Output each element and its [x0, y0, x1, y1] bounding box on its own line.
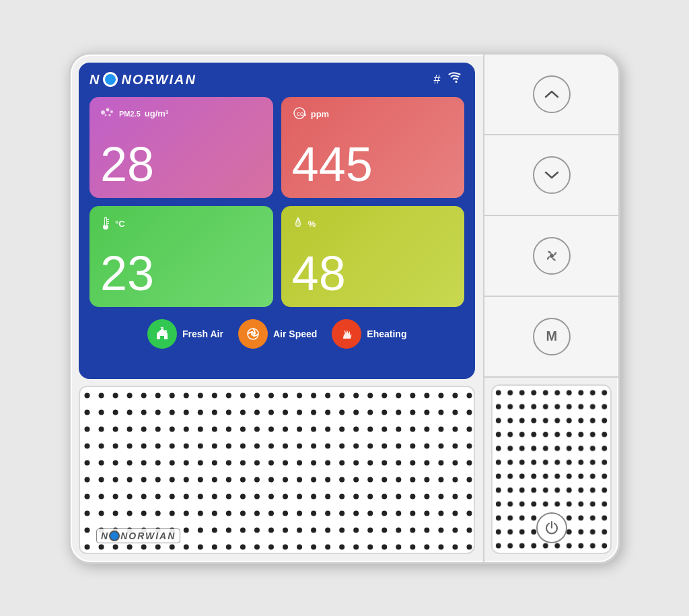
svg-point-1 [101, 110, 105, 114]
wifi-icon [448, 72, 464, 88]
co2-unit: ppm [311, 109, 329, 119]
main-panel: N NORWIAN # [71, 55, 484, 562]
brand-logo: N NORWIAN [89, 72, 196, 88]
temp-card: °C 23 [89, 206, 273, 307]
svg-point-3 [110, 110, 113, 113]
right-sidebar: M [484, 55, 618, 562]
svg-point-0 [456, 81, 458, 83]
mode-circle: M [533, 318, 571, 355]
pm25-header: PM2.5 ug/m³ [100, 106, 262, 121]
bottom-brand-logo: N NORWIAN [96, 528, 180, 543]
svg-text:CO₂: CO₂ [297, 112, 306, 116]
up-button[interactable] [484, 55, 618, 135]
svg-point-2 [106, 108, 110, 111]
fresh-air-button[interactable]: Fresh Air [142, 316, 229, 351]
fresh-air-icon-circle [147, 319, 177, 349]
temp-icon [100, 215, 111, 233]
svg-point-16 [550, 254, 554, 258]
sidebar-control-buttons: M [484, 55, 618, 378]
pm25-value: 28 [100, 140, 262, 189]
air-speed-label: Air Speed [273, 329, 317, 339]
down-circle [533, 156, 571, 194]
svg-point-4 [105, 114, 107, 116]
temp-unit: °C [115, 219, 125, 229]
pm25-icon [100, 106, 115, 121]
temp-header: °C [100, 215, 262, 233]
humidity-icon [292, 215, 304, 233]
pm25-label: PM2.5 [119, 110, 141, 118]
humidity-value: 48 [292, 249, 454, 298]
svg-rect-10 [105, 218, 106, 226]
eheating-icon-circle [332, 319, 361, 349]
device-body: N NORWIAN # [69, 53, 620, 564]
fresh-air-label: Fresh Air [182, 329, 223, 339]
logo-circle [103, 72, 118, 87]
mode-button[interactable]: M [484, 297, 618, 378]
air-speed-icon-circle [238, 319, 268, 349]
sensor-cards-grid: PM2.5 ug/m³ 28 CO₂ ppm [89, 97, 464, 307]
co2-header: CO₂ ppm [292, 106, 454, 123]
humidity-header: % [292, 215, 454, 233]
eheating-button[interactable]: Eheating [326, 316, 412, 351]
mode-label: M [546, 329, 557, 344]
humidity-unit: % [308, 219, 316, 229]
pm25-card: PM2.5 ug/m³ 28 [89, 97, 273, 198]
air-speed-button[interactable]: Air Speed [233, 316, 322, 351]
screen-header: N NORWIAN # [89, 72, 464, 88]
pm25-unit: ug/m³ [145, 108, 168, 118]
sidebar-speaker-grille [491, 384, 612, 554]
fan-circle [533, 237, 571, 275]
header-icons: # [433, 72, 464, 88]
logo-text: NORWIAN [121, 72, 196, 88]
fan-button[interactable] [484, 216, 618, 297]
main-speaker-grille: N NORWIAN [79, 386, 475, 554]
down-button[interactable] [484, 135, 618, 216]
power-button[interactable] [536, 512, 567, 543]
up-circle [533, 75, 571, 113]
temp-value: 23 [100, 249, 262, 298]
mode-controls-row: Fresh Air Air Speed [89, 316, 464, 351]
co2-icon: CO₂ [292, 106, 307, 123]
display-screen: N NORWIAN # [79, 63, 475, 379]
svg-point-5 [108, 114, 111, 116]
grid-icon: # [433, 73, 440, 87]
co2-value: 445 [292, 140, 454, 189]
co2-card: CO₂ ppm 445 [281, 97, 465, 198]
humidity-card: % 48 [281, 206, 465, 307]
eheating-label: Eheating [367, 329, 406, 339]
